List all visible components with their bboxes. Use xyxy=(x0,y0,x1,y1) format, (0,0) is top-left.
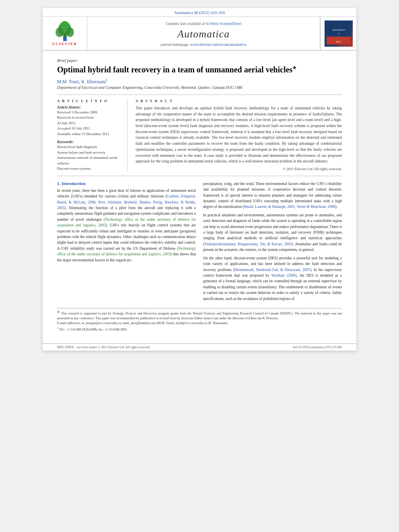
paper-content: Brief paper Optimal hybrid fault recover… xyxy=(43,51,356,340)
elsevier-logo-area: ELSEVIER xyxy=(43,17,87,50)
contents-available-line: Contents lists available at SciVerse Sci… xyxy=(166,22,242,26)
journal-title: Automatica xyxy=(177,28,230,40)
section-divider xyxy=(57,176,342,176)
revised-date: Received in revised form20 July 2011 xyxy=(57,115,121,126)
elsevier-text: ELSEVIER xyxy=(52,42,77,46)
affiliation: Department of Electrical and Computer En… xyxy=(57,85,342,90)
body-two-col: 1. Introduction In recent years, there h… xyxy=(57,181,342,304)
elsevier-tree-icon xyxy=(50,21,80,41)
footnote-email: E-mail addresses: m_mesgan@ece.concordia… xyxy=(57,321,342,326)
article-info-abstract: A R T I C L E I N F O Article history: R… xyxy=(57,94,342,172)
paper-title: Optimal hybrid fault recovery in a team … xyxy=(57,64,342,75)
keyword-4: Discrete-event systems xyxy=(57,166,121,172)
intro-para-1: In recent years, there has been a great … xyxy=(57,188,196,263)
received-date: Received 3 December 2009 xyxy=(57,110,121,115)
svg-point-4 xyxy=(66,27,74,37)
svg-text:automatica: automatica xyxy=(332,28,345,31)
available-online-date: Available online 15 December 2011 xyxy=(57,131,121,137)
footnote-1: ★ This research is supported in part by … xyxy=(57,310,342,321)
svg-text:IFAC: IFAC xyxy=(336,41,341,43)
article-info-column: A R T I C L E I N F O Article history: R… xyxy=(57,99,128,172)
journal-homepage: journal homepage: www.elsevier.com/locat… xyxy=(160,43,246,47)
svg-text:♥: ♥ xyxy=(338,33,339,35)
authors: M.M. Tousi, K. Khorasani1 xyxy=(57,78,342,84)
bottom-right-text: doi:10.1016/j.automatica.2011.07.006 xyxy=(293,345,342,349)
automatica-icon-svg: automatica ♥ IFAC xyxy=(327,23,351,45)
article-history-title: Article history: xyxy=(57,105,121,109)
abstract-label: A B S T R A C T xyxy=(136,99,342,103)
article-info-label: A R T I C L E I N F O xyxy=(57,99,121,103)
automatica-journal-icon: automatica ♥ IFAC xyxy=(325,21,353,47)
automatica-icon-area: automatica ♥ IFAC xyxy=(320,17,356,50)
paper-type-label: Brief paper xyxy=(57,58,342,63)
svg-point-5 xyxy=(61,21,69,29)
footnote-divider xyxy=(57,308,342,308)
copyright: © 2011 Elsevier Ltd. All rights reserved… xyxy=(136,167,342,171)
keyword-1: Hierarchical fault diagnosis xyxy=(57,144,121,150)
journal-header-center: Contents lists available at SciVerse Sci… xyxy=(87,17,320,50)
keywords-section: Keywords: Hierarchical fault diagnosis S… xyxy=(57,140,121,172)
abstract-column: A B S T R A C T This paper introduces an… xyxy=(136,99,342,172)
bottom-left-text: 0005-1098/$ – see front matter © 2011 El… xyxy=(57,345,150,349)
page: Automatica 48 (2012) 410–418 ELSEVIER xyxy=(43,8,356,351)
intro-para-2: precipitation, icing, and the wind. Thes… xyxy=(203,181,342,210)
bottom-bar: 0005-1098/$ – see front matter © 2011 El… xyxy=(43,343,356,351)
intro-para-3: In practical situations and environments… xyxy=(203,212,342,253)
keywords-title: Keywords: xyxy=(57,140,121,144)
journal-reference: Automatica 48 (2012) 410–418 xyxy=(43,8,356,17)
journal-header: ELSEVIER Contents lists available at Sci… xyxy=(43,17,356,51)
svg-point-3 xyxy=(56,27,64,37)
body-right-col: precipitation, icing, and the wind. Thes… xyxy=(203,181,342,304)
intro-para-4: On the other hand, discrete-event system… xyxy=(203,255,342,302)
keyword-2: System failure and fault recovery xyxy=(57,150,121,156)
keyword-3: Autonomous network of unmanned aerialveh… xyxy=(57,155,121,166)
elsevier-logo: ELSEVIER xyxy=(50,21,80,46)
abstract-text: This paper introduces and develops an op… xyxy=(136,105,342,164)
body-left-col: 1. Introduction In recent years, there h… xyxy=(57,181,196,304)
footnote-2: 1 Tel.: +1 514 848 2424x3086; fax: +1 51… xyxy=(57,326,342,332)
intro-heading: 1. Introduction xyxy=(57,181,196,186)
accepted-date: Accepted 26 July 2011 xyxy=(57,126,121,131)
